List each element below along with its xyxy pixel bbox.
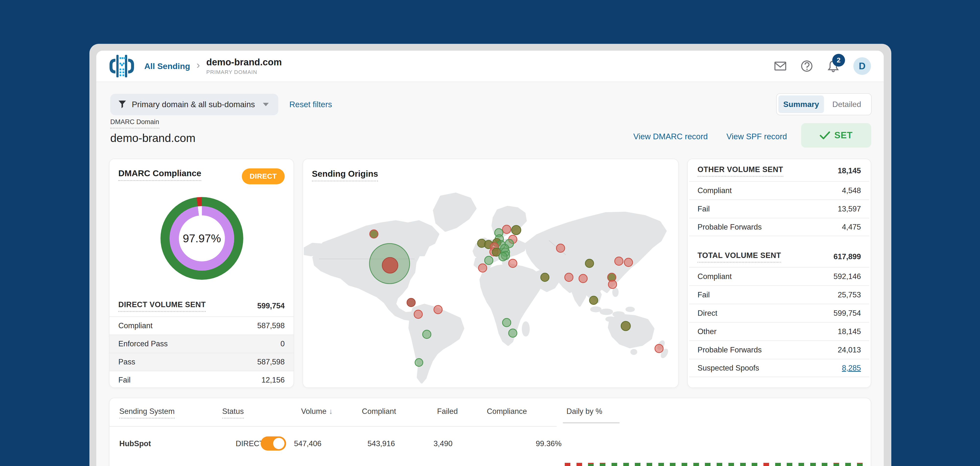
origin-dot-red[interactable] [434, 306, 442, 314]
daily-bar [576, 463, 582, 466]
origin-dot-red[interactable] [615, 257, 623, 265]
direct-volume-label: DIRECT VOLUME SENT [118, 300, 206, 312]
daily-bar [588, 463, 593, 466]
daily-bar [799, 463, 804, 466]
direct-volume-value: 599,754 [257, 301, 285, 310]
origin-dot-red[interactable] [414, 310, 422, 319]
daily-bar [845, 463, 851, 466]
col-sending-system[interactable]: Sending System [119, 407, 175, 418]
origin-dot-olive[interactable] [589, 296, 598, 304]
origin-dot-red[interactable] [503, 225, 511, 233]
col-failed[interactable]: Failed [437, 407, 458, 416]
dmarcian-logo-icon[interactable] [109, 54, 135, 78]
daily-bar [822, 463, 827, 466]
world-map[interactable] [304, 182, 679, 387]
daily-bar [635, 463, 640, 466]
breadcrumb-all-sending[interactable]: All Sending [144, 62, 190, 71]
daily-bar [647, 463, 652, 466]
col-volume[interactable]: Volume↓ [301, 407, 333, 416]
view-spf-record-link[interactable]: View SPF record [726, 132, 787, 141]
daily-bar [705, 463, 711, 466]
table-row: Compliant 4,548 [689, 181, 869, 200]
table-row: Direct 599,754 [689, 304, 869, 322]
origin-dot-green[interactable] [503, 319, 511, 327]
col-compliance[interactable]: Compliance [487, 407, 527, 416]
origin-dot-red[interactable] [579, 274, 587, 283]
breadcrumb-chevron-icon: › [196, 60, 200, 72]
reset-filters-link[interactable]: Reset filters [290, 94, 332, 115]
tab-summary[interactable]: Summary [778, 95, 824, 113]
notifications-bell[interactable]: 2 [827, 60, 840, 73]
col-daily-by-pct[interactable]: Daily by % [566, 407, 602, 416]
app-header: All Sending › demo-brand.com PRIMARY DOM… [96, 51, 884, 82]
domain-filter-dropdown[interactable]: Primary domain & all sub-domains [110, 94, 278, 115]
dmarc-domain-title: demo-brand.com [110, 132, 196, 145]
table-row: HubSpot DIRECT 547,406 543,916 3,490 99.… [110, 426, 871, 466]
compliance-value: 99.36% [512, 439, 562, 448]
daily-bar [611, 463, 617, 466]
sending-origins-card: Sending Origins [302, 159, 679, 388]
breadcrumb-domain: demo-brand.com [206, 57, 282, 68]
view-dmarc-record-link[interactable]: View DMARC record [633, 132, 708, 141]
origin-dot-green[interactable] [485, 256, 493, 265]
compliance-donut-hole: 97.97% [179, 216, 225, 262]
daily-bar [670, 463, 676, 466]
origin-dot-green[interactable] [423, 330, 431, 339]
compliance-card-title: DMARC Compliance [118, 168, 201, 181]
origin-dot-big-red[interactable] [382, 257, 398, 273]
origin-dot-red[interactable] [608, 280, 617, 288]
check-icon [820, 131, 830, 139]
origin-dot-olive[interactable] [585, 259, 593, 268]
table-row: Suspected Spoofs 8,285 [689, 359, 869, 377]
origin-dot-olive-redring[interactable] [370, 230, 378, 238]
daily-bar [623, 463, 629, 466]
daily-bar [682, 463, 687, 466]
set-status-label: SET [834, 130, 853, 141]
origin-dot-red[interactable] [624, 258, 633, 266]
compliance-stats-table: DIRECT VOLUME SENT 599,754 Compliant 587… [110, 295, 294, 389]
origin-dot-green[interactable] [499, 253, 507, 261]
compliant-value: 543,916 [346, 439, 395, 448]
origin-dot-olive[interactable] [541, 273, 549, 281]
total-volume-header: TOTAL VOLUME SENT [697, 251, 781, 263]
col-compliant[interactable]: Compliant [362, 407, 396, 416]
dmarc-domain-label: DMARC Domain [110, 118, 159, 128]
origin-dot-red[interactable] [479, 264, 487, 272]
origin-dot-green[interactable] [415, 358, 423, 366]
breadcrumb-current: demo-brand.com PRIMARY DOMAIN [206, 57, 282, 75]
sort-desc-icon[interactable]: ↓ [329, 407, 333, 416]
dmarc-set-status-badge: SET [801, 123, 871, 147]
user-avatar[interactable]: D [853, 57, 871, 75]
help-icon[interactable] [800, 60, 813, 73]
daily-chart-scrollbar[interactable] [563, 422, 620, 423]
sending-system-link[interactable]: HubSpot [119, 439, 151, 448]
origin-dot-green[interactable] [509, 329, 517, 337]
status-direct-label: DIRECT [236, 439, 264, 448]
daily-bar [834, 463, 839, 466]
table-row: Pass 587,598 [110, 353, 294, 371]
app-surface: All Sending › demo-brand.com PRIMARY DOM… [96, 51, 884, 466]
direct-badge: DIRECT [242, 168, 285, 184]
origin-dot-red[interactable] [557, 244, 565, 252]
origin-dot-darkred[interactable] [407, 298, 415, 307]
domain-filter-label: Primary domain & all sub-domains [132, 100, 255, 109]
compliance-percent: 97.97% [183, 232, 221, 245]
col-status[interactable]: Status [222, 407, 244, 418]
table-row: Probable Forwards 4,475 [689, 218, 869, 236]
notification-count-badge[interactable]: 2 [832, 54, 845, 67]
daily-compliance-bar-chart[interactable] [565, 463, 871, 466]
origin-dot-red[interactable] [509, 259, 517, 268]
daily-bar [600, 463, 605, 466]
volume-stats-card: OTHER VOLUME SENT 18,145 Compliant 4,548… [687, 159, 871, 388]
tab-detailed[interactable]: Detailed [824, 95, 870, 113]
origin-dot-red[interactable] [565, 273, 573, 281]
sending-systems-table-card: Sending System Status Volume↓ Compliant … [109, 398, 871, 466]
mail-icon[interactable] [774, 60, 787, 73]
daily-bar [729, 463, 734, 466]
origin-dot-red[interactable] [655, 344, 663, 353]
app-window: All Sending › demo-brand.com PRIMARY DOM… [89, 44, 891, 466]
suspected-spoofs-link[interactable]: 8,285 [842, 364, 861, 372]
origin-dot-olive[interactable] [512, 225, 521, 235]
origin-dot-olive[interactable] [621, 321, 630, 331]
table-row: Compliant 592,146 [689, 267, 869, 285]
